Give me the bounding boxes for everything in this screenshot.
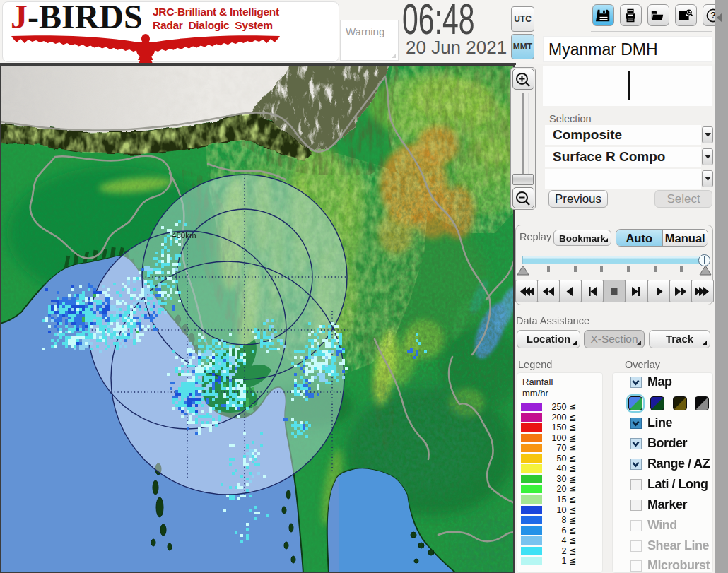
svg-text:450km: 450km bbox=[172, 231, 196, 240]
